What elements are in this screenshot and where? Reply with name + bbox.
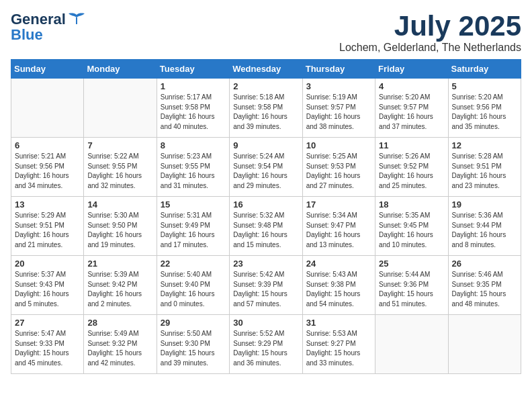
weekday-header-saturday: Saturday xyxy=(448,60,521,79)
calendar-cell: 26Sunrise: 5:46 AM Sunset: 9:35 PM Dayli… xyxy=(448,256,521,315)
day-info: Sunrise: 5:21 AM Sunset: 9:56 PM Dayligh… xyxy=(15,152,80,191)
day-info: Sunrise: 5:47 AM Sunset: 9:33 PM Dayligh… xyxy=(15,329,80,368)
calendar-cell: 28Sunrise: 5:49 AM Sunset: 9:32 PM Dayli… xyxy=(84,315,157,374)
day-info: Sunrise: 5:26 AM Sunset: 9:52 PM Dayligh… xyxy=(379,152,444,191)
day-number: 15 xyxy=(161,199,226,210)
calendar-cell: 10Sunrise: 5:25 AM Sunset: 9:53 PM Dayli… xyxy=(302,138,375,197)
day-number: 21 xyxy=(87,259,152,269)
day-number: 3 xyxy=(306,81,371,91)
calendar-header-row: SundayMondayTuesdayWednesdayThursdayFrid… xyxy=(11,60,521,79)
calendar-cell: 1Sunrise: 5:17 AM Sunset: 9:58 PM Daylig… xyxy=(157,79,229,138)
day-info: Sunrise: 5:17 AM Sunset: 9:58 PM Dayligh… xyxy=(161,93,226,132)
day-info: Sunrise: 5:40 AM Sunset: 9:40 PM Dayligh… xyxy=(161,270,226,309)
calendar-week-row: 1Sunrise: 5:17 AM Sunset: 9:58 PM Daylig… xyxy=(11,79,521,138)
day-info: Sunrise: 5:24 AM Sunset: 9:54 PM Dayligh… xyxy=(233,152,298,191)
day-number: 30 xyxy=(233,318,298,328)
day-number: 7 xyxy=(87,140,152,150)
calendar-cell: 18Sunrise: 5:35 AM Sunset: 9:45 PM Dayli… xyxy=(375,197,448,256)
day-number: 6 xyxy=(15,140,80,150)
logo: General Blue xyxy=(11,11,86,42)
calendar-table: SundayMondayTuesdayWednesdayThursdayFrid… xyxy=(11,59,521,374)
day-number: 31 xyxy=(306,318,371,328)
day-number: 19 xyxy=(452,199,517,210)
day-number: 12 xyxy=(452,140,517,150)
day-number: 10 xyxy=(306,140,371,150)
calendar-cell: 20Sunrise: 5:37 AM Sunset: 9:43 PM Dayli… xyxy=(11,256,84,315)
calendar-cell: 23Sunrise: 5:42 AM Sunset: 9:39 PM Dayli… xyxy=(230,256,302,315)
day-number: 22 xyxy=(161,259,226,269)
day-number: 8 xyxy=(161,140,226,150)
calendar-cell: 13Sunrise: 5:29 AM Sunset: 9:51 PM Dayli… xyxy=(11,197,84,256)
day-info: Sunrise: 5:44 AM Sunset: 9:36 PM Dayligh… xyxy=(379,270,444,309)
day-number: 17 xyxy=(306,199,371,210)
calendar-cell: 7Sunrise: 5:22 AM Sunset: 9:55 PM Daylig… xyxy=(84,138,157,197)
weekday-header-tuesday: Tuesday xyxy=(157,60,229,79)
day-info: Sunrise: 5:43 AM Sunset: 9:38 PM Dayligh… xyxy=(306,270,371,309)
calendar-cell xyxy=(448,315,521,374)
calendar-cell: 3Sunrise: 5:19 AM Sunset: 9:57 PM Daylig… xyxy=(302,79,375,138)
day-info: Sunrise: 5:30 AM Sunset: 9:50 PM Dayligh… xyxy=(87,211,152,250)
calendar-cell: 30Sunrise: 5:52 AM Sunset: 9:29 PM Dayli… xyxy=(230,315,302,374)
day-info: Sunrise: 5:20 AM Sunset: 9:57 PM Dayligh… xyxy=(379,93,444,132)
calendar-cell: 14Sunrise: 5:30 AM Sunset: 9:50 PM Dayli… xyxy=(84,197,157,256)
location: Lochem, Gelderland, The Netherlands xyxy=(339,42,521,54)
day-info: Sunrise: 5:49 AM Sunset: 9:32 PM Dayligh… xyxy=(87,329,152,368)
calendar-cell: 25Sunrise: 5:44 AM Sunset: 9:36 PM Dayli… xyxy=(375,256,448,315)
logo-bird-icon xyxy=(67,12,86,27)
weekday-header-monday: Monday xyxy=(84,60,157,79)
page-header: General Blue July 2025 Lochem, Gelderlan… xyxy=(11,11,521,54)
calendar-cell: 15Sunrise: 5:31 AM Sunset: 9:49 PM Dayli… xyxy=(157,197,229,256)
calendar-cell: 27Sunrise: 5:47 AM Sunset: 9:33 PM Dayli… xyxy=(11,315,84,374)
day-number: 4 xyxy=(379,81,444,91)
calendar-cell: 31Sunrise: 5:53 AM Sunset: 9:27 PM Dayli… xyxy=(302,315,375,374)
calendar-cell: 5Sunrise: 5:20 AM Sunset: 9:56 PM Daylig… xyxy=(448,79,521,138)
day-number: 9 xyxy=(233,140,298,150)
day-info: Sunrise: 5:31 AM Sunset: 9:49 PM Dayligh… xyxy=(161,211,226,250)
day-number: 13 xyxy=(15,199,80,210)
weekday-header-friday: Friday xyxy=(375,60,448,79)
calendar-cell: 29Sunrise: 5:50 AM Sunset: 9:30 PM Dayli… xyxy=(157,315,229,374)
weekday-header-wednesday: Wednesday xyxy=(230,60,302,79)
day-info: Sunrise: 5:28 AM Sunset: 9:51 PM Dayligh… xyxy=(452,152,517,191)
calendar-cell: 19Sunrise: 5:36 AM Sunset: 9:44 PM Dayli… xyxy=(448,197,521,256)
calendar-week-row: 20Sunrise: 5:37 AM Sunset: 9:43 PM Dayli… xyxy=(11,256,521,315)
logo-blue: Blue xyxy=(11,28,86,42)
day-info: Sunrise: 5:25 AM Sunset: 9:53 PM Dayligh… xyxy=(306,152,371,191)
day-number: 23 xyxy=(233,259,298,269)
day-number: 11 xyxy=(379,140,444,150)
calendar-cell: 21Sunrise: 5:39 AM Sunset: 9:42 PM Dayli… xyxy=(84,256,157,315)
day-number: 18 xyxy=(379,199,444,210)
day-info: Sunrise: 5:46 AM Sunset: 9:35 PM Dayligh… xyxy=(452,270,517,309)
day-info: Sunrise: 5:19 AM Sunset: 9:57 PM Dayligh… xyxy=(306,93,371,132)
calendar-week-row: 6Sunrise: 5:21 AM Sunset: 9:56 PM Daylig… xyxy=(11,138,521,197)
day-info: Sunrise: 5:52 AM Sunset: 9:29 PM Dayligh… xyxy=(233,329,298,368)
title-block: July 2025 Lochem, Gelderland, The Nether… xyxy=(339,11,521,54)
calendar-cell: 17Sunrise: 5:34 AM Sunset: 9:47 PM Dayli… xyxy=(302,197,375,256)
day-number: 29 xyxy=(161,318,226,328)
day-number: 25 xyxy=(379,259,444,269)
calendar-cell xyxy=(375,315,448,374)
day-info: Sunrise: 5:39 AM Sunset: 9:42 PM Dayligh… xyxy=(87,270,152,309)
calendar-cell xyxy=(11,79,84,138)
calendar-cell: 22Sunrise: 5:40 AM Sunset: 9:40 PM Dayli… xyxy=(157,256,229,315)
calendar-cell: 11Sunrise: 5:26 AM Sunset: 9:52 PM Dayli… xyxy=(375,138,448,197)
calendar-cell: 4Sunrise: 5:20 AM Sunset: 9:57 PM Daylig… xyxy=(375,79,448,138)
day-info: Sunrise: 5:34 AM Sunset: 9:47 PM Dayligh… xyxy=(306,211,371,250)
calendar-cell: 9Sunrise: 5:24 AM Sunset: 9:54 PM Daylig… xyxy=(230,138,302,197)
day-info: Sunrise: 5:22 AM Sunset: 9:55 PM Dayligh… xyxy=(87,152,152,191)
calendar-cell xyxy=(84,79,157,138)
day-info: Sunrise: 5:20 AM Sunset: 9:56 PM Dayligh… xyxy=(452,93,517,132)
day-number: 1 xyxy=(161,81,226,91)
calendar-week-row: 27Sunrise: 5:47 AM Sunset: 9:33 PM Dayli… xyxy=(11,315,521,374)
day-info: Sunrise: 5:32 AM Sunset: 9:48 PM Dayligh… xyxy=(233,211,298,250)
day-info: Sunrise: 5:36 AM Sunset: 9:44 PM Dayligh… xyxy=(452,211,517,250)
day-number: 5 xyxy=(452,81,517,91)
day-number: 27 xyxy=(15,318,80,328)
calendar-week-row: 13Sunrise: 5:29 AM Sunset: 9:51 PM Dayli… xyxy=(11,197,521,256)
day-info: Sunrise: 5:42 AM Sunset: 9:39 PM Dayligh… xyxy=(233,270,298,309)
day-number: 16 xyxy=(233,199,298,210)
calendar-cell: 12Sunrise: 5:28 AM Sunset: 9:51 PM Dayli… xyxy=(448,138,521,197)
day-number: 28 xyxy=(87,318,152,328)
calendar-cell: 8Sunrise: 5:23 AM Sunset: 9:55 PM Daylig… xyxy=(157,138,229,197)
day-number: 2 xyxy=(233,81,298,91)
